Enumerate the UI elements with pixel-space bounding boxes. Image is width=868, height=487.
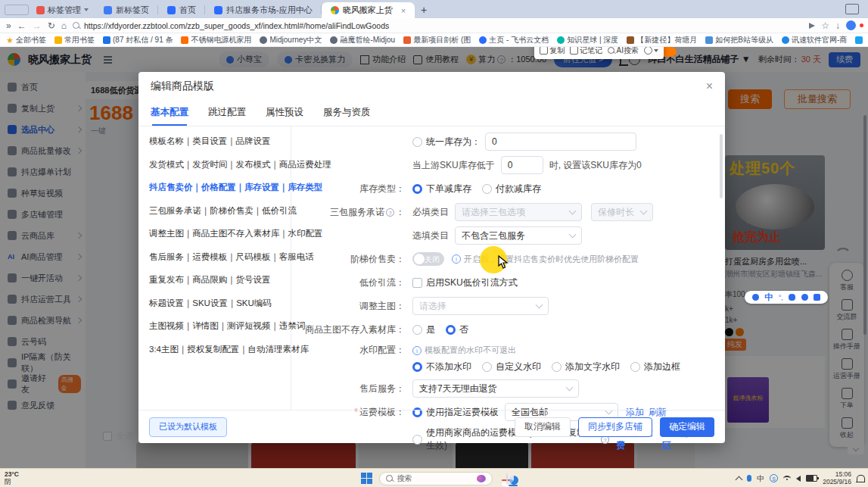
stock-type-pay-radio[interactable] [482, 184, 492, 194]
menu-item[interactable]: 模板名称｜类目设置｜品牌设置 [149, 136, 291, 147]
bookmark-item[interactable]: 【新捷径】TB58 [855, 35, 868, 45]
reader-mode-button[interactable] [5, 5, 29, 15]
browser-app[interactable] [506, 473, 508, 484]
search-icon [386, 475, 393, 482]
ime-punct-icon[interactable]: °, [779, 294, 783, 301]
bookmark-item[interactable]: 讯速软件官网-商 [782, 35, 847, 45]
profile-avatar[interactable] [846, 20, 856, 30]
browser-tab-active[interactable]: 晓风搬家上货 × [322, 2, 415, 18]
sync-multi-shop-button[interactable]: 同步到多店铺 [578, 417, 652, 437]
menu-item[interactable]: 3:4主图｜授权复制配置｜自动清理素材库 [149, 344, 291, 355]
send-to-phone-icon[interactable] [809, 23, 815, 29]
wm-text-radio[interactable] [552, 362, 562, 372]
tray-expand-icon[interactable] [736, 476, 743, 483]
weather-widget[interactable]: 23°C 阴 [5, 470, 19, 485]
notification-bell-icon[interactable] [857, 475, 865, 482]
browser-tab-market[interactable]: 抖店服务市场-应用中心 [205, 2, 322, 18]
unified-stock-radio[interactable] [412, 137, 422, 147]
sanbao-required-select[interactable]: 请选择三包选项 [455, 203, 582, 221]
tab-service-qualification[interactable]: 服务与资质 [323, 106, 371, 126]
favorite-star-icon[interactable]: ☆ [821, 20, 829, 31]
ime-toolbar[interactable]: 中 °, [745, 291, 828, 304]
tab-close-icon[interactable]: × [401, 6, 406, 15]
bookmark-item[interactable]: 融魔哲绘-Midjou [330, 35, 395, 45]
menu-item[interactable]: 售后服务｜运费模板｜尺码模板｜客服电话 [149, 251, 291, 263]
sogou-icon[interactable]: S [770, 474, 778, 482]
menu-item[interactable]: 重复发布｜商品限购｜货号设置 [149, 274, 291, 286]
radio-label: 自定义水印 [496, 361, 541, 373]
tab-basic-config[interactable]: 基本配置 [151, 106, 188, 126]
menu-item[interactable]: 标题设置｜SKU设置｜SKU编码 [149, 298, 291, 309]
stock-type-order-radio[interactable] [412, 184, 422, 194]
tab-panel-icon[interactable] [845, 4, 859, 14]
battery-icon[interactable] [806, 475, 817, 482]
modal-title: 编辑商品模版 [151, 80, 214, 93]
tab-manager-button[interactable]: 标签管理 [30, 3, 95, 17]
low-stock-input[interactable]: 0 [501, 156, 543, 174]
bookmark-item[interactable]: (87 封私信 / 91 条 [103, 35, 173, 45]
cancel-edit-button[interactable]: 取消编辑 [515, 417, 571, 437]
low-price-checkbox[interactable] [412, 278, 422, 288]
menu-item[interactable]: 调整主图｜商品主图不存入素材库｜水印配置 [149, 228, 291, 239]
help-icon[interactable]: ? [386, 208, 394, 217]
bookmark-item[interactable]: 常用书签 [54, 35, 95, 45]
default-template-button[interactable]: 已设为默认模板 [149, 417, 227, 437]
back-icon[interactable]: ← [17, 20, 26, 31]
tab-label: 首页 [179, 5, 196, 16]
browser-tab-homepage[interactable]: 首页 [158, 2, 205, 18]
star-icon: ★ [6, 36, 14, 44]
weather-desc: 阴 [5, 478, 19, 485]
new-tab-button[interactable]: + [415, 3, 433, 17]
clock[interactable]: 15:06 2025/9/16 [823, 471, 851, 486]
ext-settings-action[interactable] [644, 46, 658, 55]
browser-icon [506, 473, 508, 485]
no-material-no-radio[interactable] [446, 325, 456, 335]
forward-icon[interactable]: → [33, 20, 42, 31]
confirm-edit-button[interactable]: 确定编辑 [660, 417, 714, 437]
menu-item[interactable]: 三包服务承诺｜阶梯价售卖｜低价引流 [149, 205, 291, 217]
reload-icon[interactable]: ↻ [48, 20, 55, 31]
home-icon[interactable]: ⌂ [61, 20, 67, 31]
form-scrollbar[interactable] [720, 134, 723, 198]
sanbao-optional-select[interactable]: 不包含三包服务 [455, 226, 582, 245]
unified-stock-input[interactable]: 0 [485, 133, 636, 151]
user-icon[interactable] [801, 294, 808, 301]
keyboard-grid-icon[interactable] [814, 294, 820, 301]
browser-tab-newtab[interactable]: 新标签页 [95, 2, 158, 18]
mic-icon[interactable] [789, 294, 795, 301]
wifi-icon[interactable] [783, 476, 791, 482]
no-material-yes-radio[interactable] [412, 325, 422, 335]
menu-item-active[interactable]: 抖店售卖价｜价格配置｜库存设置｜库存类型 [149, 182, 291, 193]
main-img-select[interactable]: 请选择 [412, 297, 549, 315]
bookmarks-bar: ★全部书签 常用书签 (87 封私信 / 91 条 不锈钢电源机家用 Midjo… [0, 33, 868, 47]
bookmark-item[interactable]: 【新捷径】荷塘月 [627, 35, 697, 45]
ime-mode-cn[interactable]: 中 [764, 292, 773, 303]
bookmark-item[interactable]: 如何把B站等级从 [705, 35, 773, 45]
menu-item[interactable]: 发货模式｜发货时间｜发布模式｜商品运费处理 [149, 159, 291, 170]
aftersale-select[interactable]: 支持7天无理由退货 [412, 379, 579, 398]
tab-attr-preset[interactable]: 属性预设 [266, 106, 303, 126]
start-button[interactable] [361, 473, 372, 484]
download-icon[interactable]: ↓ [835, 20, 840, 31]
url-input[interactable]: https://xfdyorder.zzbtool.com/zzb_super_… [73, 20, 803, 31]
extensions-chevron-icon[interactable]: » [6, 20, 11, 31]
tier-price-toggle[interactable]: 关闭 [412, 252, 444, 266]
wm-border-radio[interactable] [630, 362, 640, 372]
bookmark-item[interactable]: 不锈钢电源机家用 [181, 35, 251, 45]
close-icon[interactable]: × [706, 80, 713, 93]
menu-item[interactable]: 主图视频｜详情图｜测评短视频｜违禁词 [149, 320, 291, 332]
wm-custom-radio[interactable] [482, 362, 492, 372]
bookmark-item[interactable]: ★全部书签 [6, 35, 46, 45]
bookmark-item[interactable]: 主页 - 飞书云文档 [479, 35, 549, 45]
wm-none-radio[interactable] [412, 362, 422, 372]
volume-icon[interactable] [796, 476, 801, 482]
taskbar-search[interactable]: 搜索 [379, 472, 493, 485]
info-icon: i [412, 346, 422, 355]
mic-icon[interactable] [747, 475, 751, 482]
warranty-select[interactable]: 保修时长 [591, 203, 653, 221]
ime-indicator[interactable]: 中 [757, 473, 764, 484]
bookmark-item[interactable]: 知识星球 | 深度 [557, 35, 618, 45]
bookmark-item[interactable]: Midjourney中文 [260, 35, 322, 45]
tab-skip-config[interactable]: 跳过配置 [208, 106, 246, 126]
bookmark-item[interactable]: 最新项目剖析 (图 [403, 35, 471, 45]
